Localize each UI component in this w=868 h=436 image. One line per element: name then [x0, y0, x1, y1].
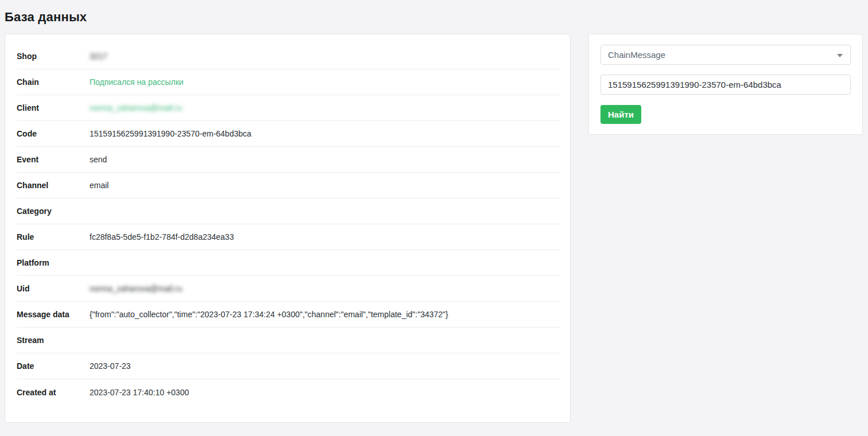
detail-row-value: fc28f8a5-5de5-f1b2-784f-d2d8a234ea33 — [90, 232, 234, 242]
detail-row: Message data {"from":"auto_collector","t… — [17, 302, 561, 328]
detail-row: Channel email — [17, 173, 561, 198]
detail-row-value: send — [90, 155, 107, 164]
detail-row: Uid norma_zaharova@mail.ru — [17, 276, 561, 302]
search-panel: ChainMessage Найти — [588, 34, 863, 135]
detail-row-label: Created at — [17, 388, 90, 397]
detail-row: Client norma_zaharova@mail.ru — [17, 95, 561, 121]
detail-row-link[interactable]: norma_zaharova@mail.ru — [90, 103, 182, 112]
detail-row-label: Category — [17, 207, 90, 216]
find-button[interactable]: Найти — [600, 105, 641, 124]
detail-row-value: {"from":"auto_collector","time":"2023-07… — [90, 310, 448, 319]
detail-row: Chain Подписался на рассылки — [17, 69, 561, 95]
detail-row: Event send — [17, 147, 561, 173]
entity-type-select[interactable]: ChainMessage — [600, 45, 851, 65]
detail-row-label: Platform — [17, 258, 90, 267]
detail-row-value: 2023-07-23 17:40:10 +0300 — [90, 388, 189, 397]
detail-row-link[interactable]: Подписался на рассылки — [90, 77, 184, 87]
detail-row-label: Code — [17, 129, 90, 138]
detail-row-label: Event — [17, 155, 90, 164]
detail-row-value: 2023-07-23 — [90, 361, 131, 371]
content-layout: Shop 3217 Chain Подписался на рассылки C… — [5, 34, 863, 423]
detail-row-label: Chain — [17, 77, 90, 87]
detail-row-value: email — [90, 181, 108, 190]
detail-row-label: Message data — [17, 310, 90, 319]
chevron-down-icon — [837, 54, 843, 57]
detail-row-label: Client — [17, 103, 90, 112]
detail-row: Platform — [17, 250, 561, 276]
detail-row-label: Uid — [17, 284, 90, 293]
search-code-input[interactable] — [600, 75, 851, 95]
page-title: База данных — [5, 10, 863, 25]
detail-row-value: norma_zaharova@mail.ru — [90, 284, 182, 293]
detail-row: Code 1515915625991391990-23570-em-64bd3b… — [17, 121, 561, 147]
detail-row-label: Channel — [17, 181, 90, 190]
detail-row-label: Shop — [17, 52, 90, 61]
detail-row: Rule fc28f8a5-5de5-f1b2-784f-d2d8a234ea3… — [17, 224, 561, 250]
detail-row: Shop 3217 — [17, 44, 561, 69]
page: База данных Shop 3217 Chain Подписался н… — [0, 0, 868, 423]
detail-row-value: 3217 — [90, 52, 107, 61]
record-detail-card: Shop 3217 Chain Подписался на рассылки C… — [5, 34, 571, 423]
detail-row-value: 1515915625991391990-23570-em-64bd3bca — [90, 129, 251, 138]
detail-row: Date 2023-07-23 — [17, 353, 561, 379]
detail-row: Stream — [17, 328, 561, 353]
detail-row-label: Rule — [17, 232, 90, 242]
detail-row: Created at 2023-07-23 17:40:10 +0300 — [17, 379, 561, 405]
entity-type-select-value: ChainMessage — [608, 50, 665, 60]
detail-row: Category — [17, 198, 561, 224]
detail-row-label: Stream — [17, 336, 90, 345]
detail-row-label: Date — [17, 361, 90, 371]
